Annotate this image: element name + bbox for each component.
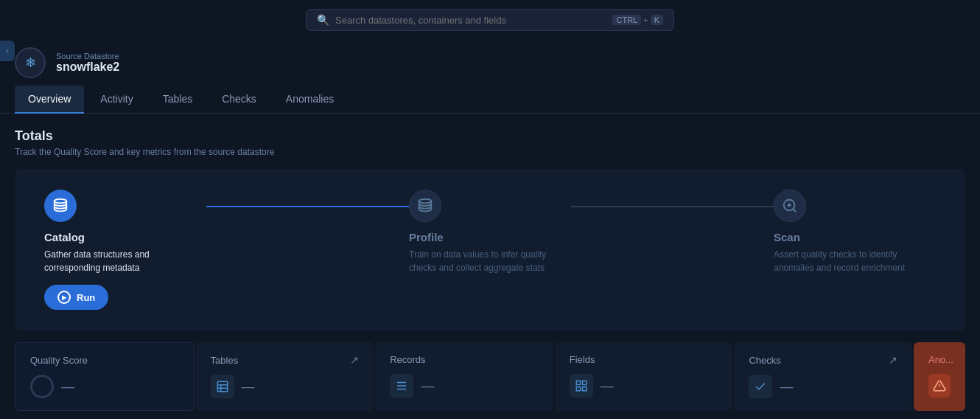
metric-checks-header: Checks ↗ bbox=[749, 354, 897, 366]
metric-tables: Tables ↗ — bbox=[196, 342, 374, 411]
svg-point-1 bbox=[419, 199, 432, 204]
tables-icon bbox=[211, 375, 234, 398]
metric-anomalies-header: Ano... bbox=[928, 354, 951, 365]
svg-rect-14 bbox=[576, 387, 580, 391]
step-profile: Profile Train on data values to infer qu… bbox=[409, 190, 571, 274]
metric-checks: Checks ↗ — bbox=[734, 342, 912, 411]
main-content: Totals Track the Quality Score and key m… bbox=[0, 114, 980, 411]
svg-rect-15 bbox=[582, 387, 586, 391]
datastore-name: snowflake2 bbox=[56, 60, 119, 74]
catalog-desc: Gather data structures and corresponding… bbox=[44, 248, 192, 274]
metric-tables-header: Tables ↗ bbox=[211, 354, 360, 366]
scan-title: Scan bbox=[774, 231, 800, 243]
search-container[interactable]: 🔍 CTRL + K bbox=[306, 9, 674, 31]
metric-fields: Fields — bbox=[555, 342, 733, 411]
metric-quality-score: Quality Score — bbox=[15, 342, 195, 411]
tab-tables[interactable]: Tables bbox=[150, 86, 206, 114]
metric-fields-header: Fields bbox=[570, 354, 718, 365]
catalog-icon bbox=[44, 190, 77, 222]
metric-qs-value-row: — bbox=[30, 375, 179, 398]
datastore-info: Source Datastore snowflake2 bbox=[56, 52, 119, 74]
svg-rect-12 bbox=[576, 381, 580, 384]
records-icon bbox=[390, 374, 413, 398]
chevron-left-icon: ‹ bbox=[6, 46, 9, 56]
scan-desc: Assert quality checks to identify anomal… bbox=[774, 248, 921, 274]
checks-label: Checks bbox=[749, 355, 780, 366]
step-catalog: Catalog Gather data structures and corre… bbox=[44, 190, 206, 310]
tables-value: — bbox=[242, 379, 255, 395]
svg-point-0 bbox=[55, 199, 67, 204]
plus-sign: + bbox=[643, 15, 648, 24]
fields-label: Fields bbox=[570, 354, 595, 365]
run-label: Run bbox=[77, 292, 95, 303]
quality-score-value: — bbox=[61, 379, 74, 395]
sidebar-toggle[interactable]: ‹ bbox=[0, 41, 15, 61]
search-input[interactable] bbox=[335, 15, 606, 26]
records-value: — bbox=[421, 378, 434, 394]
keyboard-shortcut: CTRL + K bbox=[612, 15, 663, 25]
metric-records-header: Records bbox=[390, 354, 539, 365]
datastore-icon: ❄ bbox=[15, 47, 46, 78]
svg-rect-13 bbox=[582, 381, 586, 384]
top-bar: 🔍 CTRL + K bbox=[0, 0, 980, 40]
metric-fields-value-row: — bbox=[570, 374, 718, 398]
scan-icon bbox=[774, 190, 806, 222]
nav-tabs: Overview Activity Tables Checks Anomalie… bbox=[0, 86, 980, 114]
ctrl-key: CTRL bbox=[612, 15, 641, 25]
fields-icon bbox=[570, 374, 593, 398]
metric-tables-value-row: — bbox=[211, 375, 360, 398]
fields-value: — bbox=[601, 378, 614, 394]
tab-activity[interactable]: Activity bbox=[87, 86, 146, 114]
metrics-bar: Quality Score — Tables ↗ bbox=[15, 342, 965, 411]
profile-title: Profile bbox=[409, 231, 444, 243]
anomalies-icon bbox=[928, 374, 951, 398]
snowflake-icon: ❄ bbox=[25, 55, 36, 71]
metric-anomalies-value-row bbox=[928, 374, 951, 398]
datastore-type: Source Datastore bbox=[56, 52, 119, 60]
metric-checks-value-row: — bbox=[749, 375, 897, 398]
anomalies-label: Ano... bbox=[928, 354, 953, 365]
tab-checks[interactable]: Checks bbox=[209, 86, 270, 114]
metric-records: Records — bbox=[375, 342, 553, 411]
k-key: K bbox=[651, 15, 663, 25]
pipeline-card: Catalog Gather data structures and corre… bbox=[15, 169, 965, 330]
play-icon: ▶ bbox=[57, 291, 71, 304]
quality-score-label: Quality Score bbox=[30, 355, 88, 366]
tab-anomalies[interactable]: Anomalies bbox=[273, 86, 347, 114]
metric-qs-header: Quality Score bbox=[30, 355, 179, 366]
step-scan: Scan Assert quality checks to identify a… bbox=[774, 190, 936, 274]
totals-subtitle: Track the Quality Score and key metrics … bbox=[15, 147, 965, 157]
run-button[interactable]: ▶ Run bbox=[44, 285, 108, 310]
svg-rect-5 bbox=[217, 381, 228, 392]
checks-icon bbox=[749, 375, 772, 398]
totals-title: Totals bbox=[15, 128, 965, 144]
checks-arrow-icon[interactable]: ↗ bbox=[889, 354, 897, 366]
checks-value: — bbox=[780, 379, 793, 395]
profile-icon bbox=[409, 190, 441, 222]
tab-overview[interactable]: Overview bbox=[15, 86, 84, 114]
metric-records-value-row: — bbox=[390, 374, 539, 398]
catalog-title: Catalog bbox=[44, 231, 85, 243]
tables-arrow-icon[interactable]: ↗ bbox=[350, 354, 359, 366]
search-icon: 🔍 bbox=[317, 14, 329, 26]
metric-anomalies: Ano... bbox=[914, 342, 965, 411]
profile-desc: Train on data values to infer quality ch… bbox=[409, 248, 556, 274]
records-label: Records bbox=[390, 354, 425, 365]
datastore-header: ❄ Source Datastore snowflake2 bbox=[0, 40, 980, 86]
quality-circle-icon bbox=[30, 375, 54, 398]
tables-label: Tables bbox=[211, 355, 239, 366]
